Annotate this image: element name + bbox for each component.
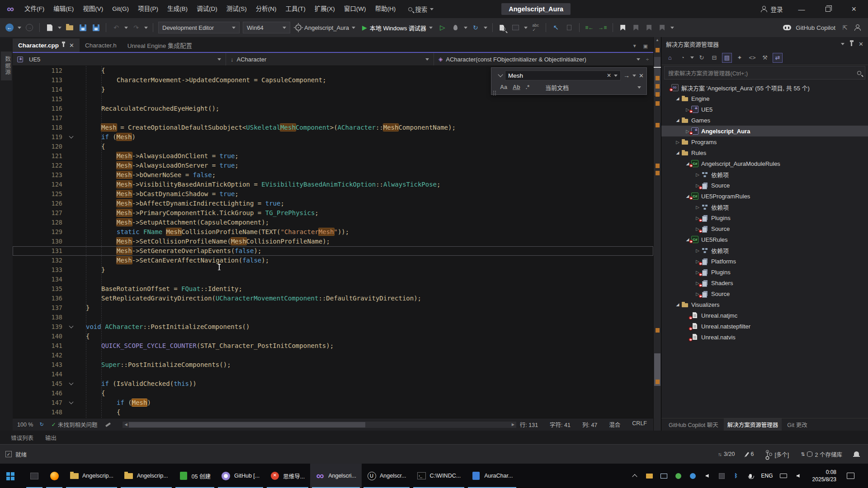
tree-item-unreal-natstepfilter[interactable]: Unreal.natstepfilter: [661, 321, 868, 332]
tree-item-plugins[interactable]: ▷Plugins: [661, 212, 868, 223]
menu-item-4[interactable]: 项目(P): [133, 0, 163, 18]
code-line[interactable]: 126Mesh->bAffectDynamicIndirectLighting …: [13, 199, 653, 208]
split-editor-handle[interactable]: ÷: [646, 56, 649, 62]
solution-search-input[interactable]: 搜索解决方案资源管理器(Ctrl+;): [664, 66, 865, 80]
code-text[interactable]: void ACharacter::PostInitializeComponent…: [77, 322, 653, 332]
pin-icon[interactable]: [851, 42, 852, 46]
code-line[interactable]: 127Mesh->PrimaryComponentTick.TickGroup …: [13, 208, 653, 218]
search-everything-button[interactable]: 搜索: [408, 5, 434, 14]
redo-dropdown-icon[interactable]: [144, 27, 148, 29]
tray-expand-chevron-icon[interactable]: [631, 472, 639, 480]
scroll-up-icon[interactable]: ▲: [654, 38, 661, 42]
code-line[interactable]: 139void ACharacter::PostInitializeCompon…: [13, 322, 653, 332]
code-text[interactable]: Mesh = CreateOptionalDefaultSubobject<US…: [77, 123, 653, 132]
find-next-button[interactable]: →: [623, 72, 630, 79]
tree-item-ue5programrules[interactable]: ◢UE5ProgramRules: [661, 191, 868, 202]
tool-tab-1[interactable]: 解决方案资源管理器: [724, 418, 782, 431]
code-text[interactable]: {: [77, 408, 653, 417]
code-line[interactable]: 130Mesh->SetCollisionProfileName(MeshCol…: [13, 237, 653, 246]
filter-dropdown-icon[interactable]: [690, 56, 694, 59]
menu-item-10[interactable]: 扩展(X): [310, 0, 340, 18]
code-text[interactable]: {: [77, 332, 653, 341]
code-text[interactable]: if (Mesh): [77, 398, 653, 408]
code-line[interactable]: 116RecalculateCrouchedEyeHeight();: [13, 104, 653, 113]
clock[interactable]: 0:08 2025/8/23: [809, 469, 840, 483]
volume-icon[interactable]: [794, 472, 802, 480]
code-line[interactable]: 120{: [13, 142, 653, 151]
sync-dropdown-icon[interactable]: [524, 27, 528, 29]
tree-item--[interactable]: ▷依赖项: [661, 245, 868, 256]
tray-bluetooth-icon[interactable]: ᛒ: [732, 472, 740, 480]
code-line[interactable]: 133}: [13, 265, 653, 275]
regex-toggle[interactable]: .*: [524, 84, 531, 91]
code-text[interactable]: [77, 275, 653, 284]
tree-item-platforms[interactable]: ▷Platforms: [661, 256, 868, 267]
code-text[interactable]: [77, 94, 653, 104]
collapse-chevron-icon[interactable]: [69, 324, 73, 328]
data-sources-vertical-tab[interactable]: 数据源: [1, 52, 12, 80]
spell-check-button[interactable]: abc✓: [531, 23, 541, 33]
solution-configuration-combo[interactable]: Development Editor: [158, 22, 240, 33]
code-line[interactable]: 140{: [13, 332, 653, 341]
tree-item-angelscript-auramodulerules[interactable]: ◢Angelscript_AuraModuleRules: [661, 158, 868, 169]
code-text[interactable]: Mesh->AlwaysLoadOnServer = true;: [77, 161, 653, 170]
code-text[interactable]: if (Mesh): [77, 132, 653, 142]
code-line[interactable]: 119if (Mesh): [13, 132, 653, 142]
pin-icon[interactable]: [63, 43, 64, 47]
fold-margin[interactable]: [65, 379, 77, 389]
tree-item--[interactable]: ▷依赖项: [661, 202, 868, 212]
code-text[interactable]: Mesh->PrimaryComponentTick.TickGroup = T…: [77, 208, 653, 218]
live-share-icon[interactable]: [854, 24, 861, 31]
match-case-toggle[interactable]: Aa: [499, 84, 509, 91]
editor-tab-0[interactable]: Character.cpp✕: [13, 38, 80, 52]
code-text[interactable]: SetReplicatedGravityDirection(UCharacter…: [77, 294, 653, 303]
taskbar-app-darkapp[interactable]: [24, 464, 44, 488]
code-text[interactable]: {: [77, 389, 653, 398]
collapsed-icon[interactable]: ▷: [694, 205, 701, 210]
code-line[interactable]: 137}: [13, 303, 653, 313]
tree-item-unreal-natjmc[interactable]: Unreal.natjmc: [661, 310, 868, 321]
search-history-icon[interactable]: [614, 75, 618, 77]
pending-changes-filter-icon[interactable]: ◔: [678, 53, 688, 63]
pending-edits[interactable]: 6: [746, 451, 754, 457]
code-line[interactable]: 134: [13, 275, 653, 284]
undo-dropdown-icon[interactable]: [124, 27, 128, 29]
taskbar-app-Angelscri...[interactable]: ∞Angelscri...: [310, 464, 362, 488]
menu-item-1[interactable]: 编辑(E): [49, 0, 78, 18]
code-line[interactable]: 131Mesh->SetGenerateOverlapEvents(false)…: [13, 246, 653, 256]
taskbar-app-GitHub [...[interactable]: GitHub [...: [216, 464, 265, 488]
close-find-button[interactable]: ✕: [639, 72, 644, 79]
code-text[interactable]: QUICK_SCOPE_CYCLE_COUNTER(STAT_Character…: [77, 341, 653, 351]
code-line[interactable]: 132Mesh->SetCanEverAffectNavigation(fals…: [13, 256, 653, 265]
scrollbar-thumb[interactable]: [129, 422, 365, 427]
menu-item-11[interactable]: 窗口(W): [340, 0, 371, 18]
code-text[interactable]: Mesh->VisibilityBasedAnimTickOption = EV…: [77, 180, 653, 189]
refresh-button[interactable]: ↻: [471, 23, 481, 33]
code-text[interactable]: Mesh->SetCollisionProfileName(MeshCollis…: [77, 237, 653, 246]
startup-project-combo[interactable]: Angelscript_Aura: [293, 24, 357, 31]
bookmark-dropdown-icon[interactable]: [670, 27, 674, 29]
new-file-dropdown-icon[interactable]: [58, 27, 61, 29]
code-text[interactable]: }: [77, 303, 653, 313]
code-text[interactable]: [77, 313, 653, 322]
code-line[interactable]: 146{: [13, 389, 653, 398]
whole-word-toggle[interactable]: Ab: [511, 84, 522, 91]
code-text[interactable]: Mesh->SetGenerateOverlapEvents(false);: [77, 246, 653, 256]
copilot-label[interactable]: GitHub Copilot: [796, 24, 835, 31]
restore-button[interactable]: [820, 5, 836, 13]
code-line[interactable]: 144: [13, 370, 653, 379]
tool-tab-2[interactable]: Git 更改: [783, 418, 811, 431]
tree-item-shaders[interactable]: ▷Shaders: [661, 277, 868, 288]
refresh-icon[interactable]: ↻: [697, 53, 707, 63]
tree-item--angelscript-aura-55-55-[interactable]: 解决方案 'Angelscript_Aura' (55 个项目, 共 55 个): [661, 82, 868, 93]
code-text[interactable]: RecalculateCrouchedEyeHeight();: [77, 104, 653, 113]
tray-dark-app-icon[interactable]: [718, 472, 726, 480]
code-line[interactable]: 125Mesh->bCastDynamicShadow = true;: [13, 189, 653, 199]
menu-item-12[interactable]: 帮助(H): [370, 0, 400, 18]
code-line[interactable]: 143Super::PostInitializeComponents();: [13, 360, 653, 370]
menu-item-0[interactable]: 文件(F): [20, 0, 49, 18]
new-file-button[interactable]: [45, 23, 55, 33]
code-line[interactable]: 123Mesh->bOwnerNoSee = false;: [13, 170, 653, 180]
git-repos[interactable]: ⇅2 个存储库: [801, 450, 842, 459]
start-button[interactable]: [0, 464, 24, 488]
